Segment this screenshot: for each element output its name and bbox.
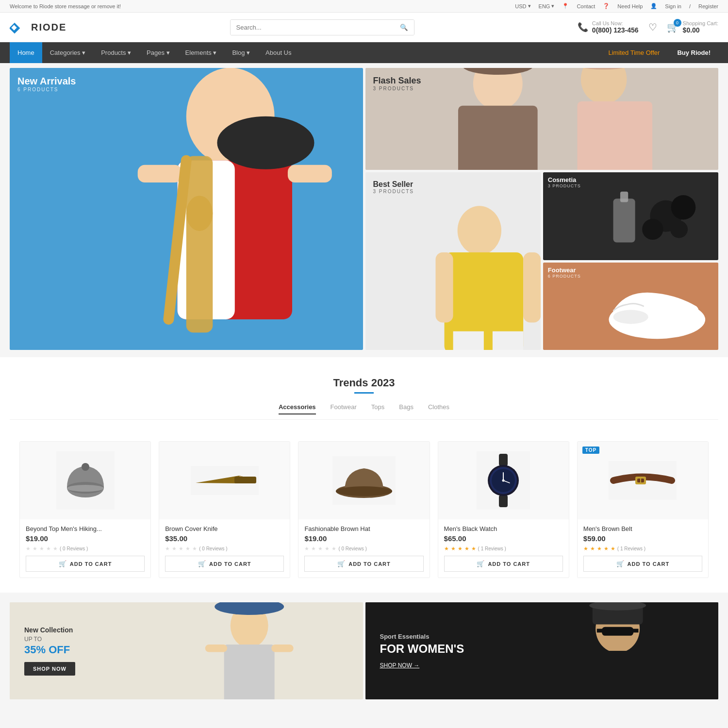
cart-icon: 🛒 [616, 560, 625, 567]
product-price: $59.00 [583, 534, 702, 543]
tab-tops[interactable]: Tops [371, 403, 384, 414]
contact-link[interactable]: Contact [577, 3, 595, 9]
svg-rect-61 [224, 645, 275, 699]
svg-rect-48 [499, 495, 508, 507]
category-best-seller-image [365, 172, 541, 350]
add-to-cart-button[interactable]: 🛒 ADD TO CART [26, 556, 145, 572]
category-best-seller[interactable]: Best Seller 3 PRODUCTS [365, 172, 541, 350]
cart-amount: $0.00 [683, 26, 718, 34]
language-dropdown[interactable]: ENG ▾ [539, 3, 555, 9]
need-help-link[interactable]: Need Help [617, 3, 643, 9]
svg-point-35 [613, 310, 648, 324]
search-button[interactable]: 🔍 [394, 20, 414, 35]
star-filled: ★ [583, 546, 588, 552]
product-stars: ★ ★ ★ ★ ★ ( 1 Reviews ) [583, 546, 702, 552]
logo[interactable]: RIODE [10, 18, 66, 36]
cosmetia-label: Cosmetia 3 PRODUCTS [548, 176, 581, 188]
nav-limited-offer[interactable]: Limited Time Offer [600, 42, 667, 63]
star: ★ [179, 546, 183, 552]
category-image [10, 68, 363, 350]
logo-text: RIODE [31, 22, 66, 33]
nav-item-home[interactable]: Home [10, 42, 42, 63]
svg-rect-71 [596, 629, 603, 633]
cart-icon: 🛒 [59, 560, 67, 567]
nav-item-about[interactable]: About Us [258, 42, 299, 63]
trends-tabs: Accessories Footwear Tops Bags Clothes [10, 403, 718, 420]
svg-point-45 [336, 486, 392, 496]
sign-in-link[interactable]: Sign in [665, 3, 681, 9]
sport-shop-link[interactable]: SHOP NOW → [380, 662, 420, 669]
wishlist-button[interactable]: ♡ [648, 21, 657, 33]
star-filled: ★ [611, 546, 615, 552]
currency-dropdown[interactable]: USD ▾ [515, 3, 530, 9]
trends-section: Trends 2023 Accessories Footwear Tops Ba… [0, 357, 728, 441]
new-arrivals-sub: 6 PRODUCTS [17, 87, 76, 92]
category-new-arrivals[interactable]: New Arrivals 6 PRODUCTS [10, 68, 363, 350]
trends-title: Trends 2023 [10, 377, 718, 389]
svg-rect-24 [453, 331, 483, 350]
add-to-cart-button[interactable]: 🛒 ADD TO CART [304, 556, 423, 572]
add-to-cart-button[interactable]: 🛒 ADD TO CART [165, 556, 284, 572]
cosmetia-sub: 3 PRODUCTS [548, 183, 581, 188]
search-input[interactable] [231, 20, 394, 35]
star-filled: ★ [451, 546, 456, 552]
tab-accessories[interactable]: Accessories [279, 403, 316, 414]
svg-rect-23 [523, 252, 541, 323]
banner-content: New Collection UP TO 35% OFF SHOP NOW [24, 626, 75, 676]
svg-rect-28 [620, 192, 628, 202]
svg-point-39 [82, 463, 89, 471]
nav-item-pages[interactable]: Pages ▾ [139, 42, 177, 63]
cart-button[interactable]: 🛒 0 [667, 21, 679, 33]
add-to-cart-button[interactable]: 🛒 ADD TO CART [444, 556, 563, 572]
tab-bags[interactable]: Bags [399, 403, 414, 414]
nav-left: Home Categories ▾ Products ▾ Pages ▾ Ele… [10, 42, 299, 63]
logo-icon [10, 18, 27, 36]
search-icon: 🔍 [400, 24, 408, 31]
category-flash-sales[interactable]: Flash Sales 3 PRODUCTS [365, 68, 719, 170]
product-name: Beyond Top Men's Hiking... [26, 525, 145, 532]
svg-rect-47 [499, 454, 508, 466]
tab-footwear[interactable]: Footwear [331, 403, 357, 414]
svg-rect-70 [602, 627, 633, 636]
category-cosmetia[interactable]: Cosmetia 3 PRODUCTS [543, 172, 718, 260]
svg-point-20 [457, 206, 501, 255]
banner-shop-now-button[interactable]: SHOP NOW [24, 662, 75, 676]
product-image-area [159, 442, 290, 519]
cart-label: Shopping Cart: [683, 20, 718, 26]
register-link[interactable]: Register [698, 3, 718, 9]
nav-right: Limited Time Offer Buy Riode! [600, 42, 718, 63]
product-price: $19.00 [26, 534, 145, 543]
svg-point-54 [502, 480, 505, 482]
nav-item-categories[interactable]: Categories ▾ [42, 42, 93, 63]
help-icon: ❓ [603, 3, 610, 9]
star: ★ [39, 546, 44, 552]
product-image [56, 451, 115, 510]
svg-rect-16 [577, 101, 652, 170]
star-filled: ★ [464, 546, 469, 552]
tab-clothes[interactable]: Clothes [428, 403, 449, 414]
product-info: Men's Black Watch $65.00 ★ ★ ★ ★ ★ ( 1 R… [438, 519, 569, 578]
nav-item-elements[interactable]: Elements ▾ [178, 42, 225, 63]
phone-number: 0(800) 123-456 [592, 26, 639, 34]
star: ★ [331, 546, 336, 552]
phone-info: 📞 Call Us Now: 0(800) 123-456 [578, 20, 639, 34]
sport-banner-subtitle: Sport Essentials [380, 633, 464, 640]
star-filled: ★ [604, 546, 609, 552]
svg-point-40 [67, 485, 104, 492]
nav-buy-riode[interactable]: Buy Riode! [669, 42, 718, 63]
right-bottom-row: Best Seller 3 PRODUCTS [365, 172, 719, 350]
reviews-count: ( 0 Reviews ) [338, 546, 366, 551]
best-seller-sub: 3 PRODUCTS [373, 189, 414, 194]
product-name: Brown Cover Knife [165, 525, 284, 532]
product-image [332, 456, 396, 505]
svg-point-32 [670, 220, 688, 238]
search-bar: 🔍 [230, 19, 414, 35]
product-card: Beyond Top Men's Hiking... $19.00 ★ ★ ★ … [19, 441, 151, 578]
nav-item-blog[interactable]: Blog ▾ [224, 42, 258, 63]
nav-item-products[interactable]: Products ▾ [93, 42, 139, 63]
product-name: Men's Brown Belt [583, 525, 702, 532]
new-arrivals-label: New Arrivals 6 PRODUCTS [17, 76, 76, 92]
product-info: Men's Brown Belt $59.00 ★ ★ ★ ★ ★ ( 1 Re… [578, 519, 708, 578]
add-to-cart-button[interactable]: 🛒 ADD TO CART [583, 556, 702, 572]
category-footwear[interactable]: Footwear 6 PRODUCTS [543, 263, 718, 350]
